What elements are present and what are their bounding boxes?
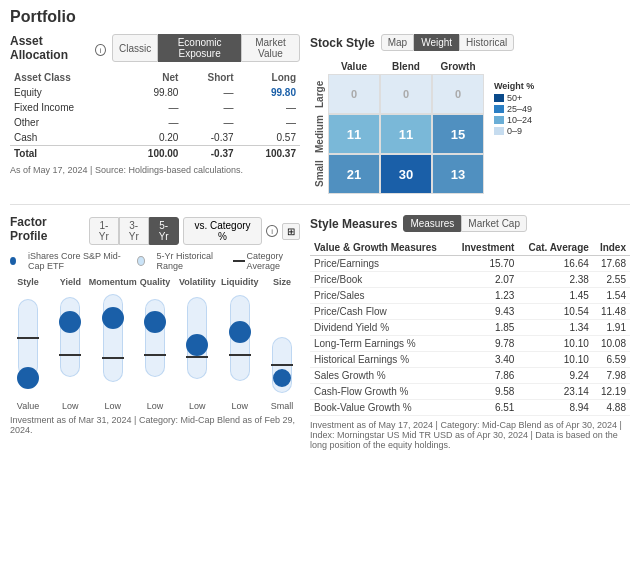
label-25: 25–49 (507, 104, 532, 114)
factor-bubble-liquidity (222, 289, 258, 399)
stock-style-content: Value Blend Growth Large Medium Small (310, 59, 630, 194)
range-oval-yield (60, 297, 80, 377)
measure-investment: 9.58 (452, 384, 518, 400)
cat-line-liquidity (229, 354, 251, 356)
cat-line-quality (144, 354, 166, 356)
cell-small-value: 21 (328, 154, 380, 194)
row-other-label: Other (10, 115, 120, 130)
measure-cat-avg: 2.38 (518, 272, 592, 288)
tab-economic-exposure[interactable]: Economic Exposure (158, 34, 241, 62)
measure-cat-avg: 8.94 (518, 400, 592, 416)
row-cash-short: -0.37 (182, 130, 237, 146)
tab-market-cap[interactable]: Market Cap (461, 215, 527, 232)
tab-historical[interactable]: Historical (459, 34, 514, 51)
measure-index: 17.68 (593, 256, 630, 272)
label-50: 50+ (507, 93, 522, 103)
measures-col-cat: Cat. Average (518, 240, 592, 256)
factor-profile-title: Factor Profile (10, 215, 85, 243)
row-cash-label: Cash (10, 130, 120, 146)
legend-line-cat: Category Average (233, 251, 300, 271)
measure-label: Historical Earnings % (310, 352, 452, 368)
measure-index: 10.08 (593, 336, 630, 352)
legend-label-range: 5-Yr Historical Range (157, 251, 221, 271)
legend-item-50: 50+ (494, 93, 534, 103)
swatch-0 (494, 127, 504, 135)
row-total-short: -0.37 (182, 146, 237, 162)
measure-cat-avg: 10.10 (518, 352, 592, 368)
stock-style-title: Stock Style (310, 36, 375, 50)
factor-label-size: Size (273, 277, 291, 287)
col-short: Short (182, 70, 237, 85)
measure-index: 4.88 (593, 400, 630, 416)
tab-3yr[interactable]: 3-Yr (119, 217, 149, 245)
col-blend: Blend (380, 59, 432, 74)
table-row: Other — — — (10, 115, 300, 130)
asset-allocation-info-icon[interactable]: i (95, 44, 106, 56)
factor-sublabel-size: Small (271, 401, 294, 411)
col-asset-class: Asset Class (10, 70, 120, 85)
table-row: Fixed Income — — — (10, 100, 300, 115)
cat-line-volatility (186, 356, 208, 358)
measure-cat-avg: 1.45 (518, 288, 592, 304)
main-dot-style (17, 367, 39, 389)
measure-label: Price/Cash Flow (310, 304, 452, 320)
style-grid-container: Value Blend Growth Large Medium Small (310, 59, 484, 194)
factor-grid-icon[interactable]: ⊞ (282, 223, 300, 240)
cat-line-momentum (102, 357, 124, 359)
style-measures-section: Style Measures Measures Market Cap Value… (310, 215, 630, 450)
legend-item-0: 0–9 (494, 126, 534, 136)
row-equity-short: — (182, 85, 237, 100)
style-row-medium: 11 11 15 (328, 114, 484, 154)
weight-legend: Weight % 50+ 25–49 10–24 (494, 81, 534, 194)
legend-item-10: 10–24 (494, 115, 534, 125)
label-0: 0–9 (507, 126, 522, 136)
cell-medium-value: 11 (328, 114, 380, 154)
tab-5yr[interactable]: 5-Yr (149, 217, 179, 245)
tab-measures[interactable]: Measures (403, 215, 461, 232)
factor-label-yield: Yield (60, 277, 81, 287)
measure-index: 1.91 (593, 320, 630, 336)
measure-label: Sales Growth % (310, 368, 452, 384)
measure-index: 7.98 (593, 368, 630, 384)
measure-index: 2.55 (593, 272, 630, 288)
cell-medium-growth: 15 (432, 114, 484, 154)
factor-footnote: Investment as of Mar 31, 2024 | Category… (10, 415, 300, 435)
factor-sublabel-volatility: Low (189, 401, 206, 411)
measure-label: Price/Earnings (310, 256, 452, 272)
vs-category-dropdown[interactable]: vs. Category % (183, 217, 263, 245)
tab-classic[interactable]: Classic (112, 34, 158, 62)
tab-map[interactable]: Map (381, 34, 414, 51)
factor-col-momentum: Momentum Low (95, 277, 131, 411)
row-equity-long: 99.80 (238, 85, 300, 100)
measure-label: Price/Book (310, 272, 452, 288)
factor-sublabel-style: Value (17, 401, 39, 411)
cat-line-yield (59, 354, 81, 356)
row-total-label: Total (10, 146, 120, 162)
cell-medium-blend: 11 (380, 114, 432, 154)
factor-col-style: Style Value (10, 277, 46, 411)
legend-item-25: 25–49 (494, 104, 534, 114)
factor-bubble-volatility (179, 289, 215, 399)
asset-allocation-section: Asset Allocation i Classic Economic Expo… (10, 34, 300, 194)
cat-line-size (271, 364, 293, 366)
factor-label-liquidity: Liquidity (221, 277, 259, 287)
row-large: Large (310, 74, 328, 114)
factor-sublabel-quality: Low (147, 401, 164, 411)
row-equity-label: Equity (10, 85, 120, 100)
tab-weight[interactable]: Weight (414, 34, 459, 51)
factor-legend: iShares Core S&P Mid-Cap ETF 5-Yr Histor… (10, 251, 300, 271)
table-row: Long-Term Earnings % 9.78 10.10 10.08 (310, 336, 630, 352)
row-fixed-short: — (182, 100, 237, 115)
tab-market-value[interactable]: Market Value (241, 34, 300, 62)
style-measures-title: Style Measures (310, 217, 397, 231)
tab-1yr[interactable]: 1-Yr (89, 217, 119, 245)
row-total-long: 100.37 (238, 146, 300, 162)
factor-profile-section: Factor Profile 1-Yr 3-Yr 5-Yr vs. Catego… (10, 215, 300, 450)
factor-info-icon[interactable]: i (266, 225, 278, 237)
measure-investment: 3.40 (452, 352, 518, 368)
col-growth: Growth (432, 59, 484, 74)
style-measures-tabs: Measures Market Cap (403, 215, 527, 232)
swatch-50 (494, 94, 504, 102)
table-row: Historical Earnings % 3.40 10.10 6.59 (310, 352, 630, 368)
table-row: Price/Book 2.07 2.38 2.55 (310, 272, 630, 288)
